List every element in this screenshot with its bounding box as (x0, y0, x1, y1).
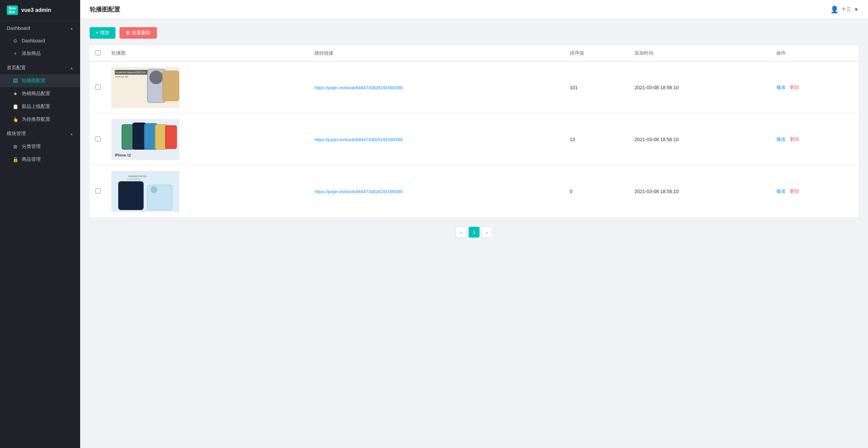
table-row: HUAWEI P40 5G 拍出精彩 智慧万象 (90, 166, 858, 218)
batch-delete-button[interactable]: 🗑 批量删除 (120, 27, 157, 39)
svg-text:HUAWEI Mate40系列 5G: HUAWEI Mate40系列 5G (115, 71, 146, 74)
user-name: 十三 (842, 6, 851, 13)
row-link-cell: https://juejin.im/book/68447338261915893… (309, 166, 564, 218)
row-link-cell: https://juejin.im/book/68447338261915893… (309, 114, 564, 166)
goods-icon: 🔒 (12, 156, 18, 163)
svg-text:联发布 精彩 视界: 联发布 精彩 视界 (115, 76, 128, 78)
add-button[interactable]: + 增加 (90, 27, 115, 39)
pagination: ‹ 1 › (90, 227, 858, 238)
row-action-cell: 修改 删除 (771, 61, 858, 114)
table-row: HUAWEI Mate40系列 5G 联发布 精彩 视界 (90, 61, 858, 114)
sidebar-group-homepage[interactable]: 首页配置 ▲ (0, 60, 80, 74)
row-checkbox[interactable] (95, 85, 101, 90)
user-avatar-icon: 👤 (830, 5, 839, 14)
sidebar-item-recommend[interactable]: 👆 为你推荐配置 (0, 113, 80, 126)
svg-rect-12 (122, 125, 134, 149)
star-icon: ★ (12, 91, 18, 97)
row-action-cell: 修改 删除 (771, 166, 858, 218)
sidebar-section-homepage: 首页配置 ▲ 🖼 轮播图配置 ★ 热销商品配置 📋 新品上线配置 👆 为你推荐配… (0, 60, 80, 126)
svg-rect-8 (163, 71, 179, 100)
sidebar-item-carousel[interactable]: 🖼 轮播图配置 (0, 74, 80, 87)
row-link-cell: https://juejin.im/book/68447338261915893… (309, 61, 564, 114)
select-all-checkbox[interactable] (95, 50, 101, 55)
col-action: 操作 (771, 45, 858, 61)
row-checkbox-cell (90, 166, 106, 218)
chevron-up-icon: ▲ (70, 26, 73, 30)
header-user[interactable]: 👤 十三 ▼ (830, 5, 858, 14)
sidebar-group-module[interactable]: 模块管理 ▲ (0, 126, 80, 140)
col-link: 跳转链接 (309, 45, 564, 61)
sidebar-group-dashboard[interactable]: Dashboard ▲ (0, 21, 80, 34)
svg-point-29 (150, 186, 157, 193)
row-link[interactable]: https://juejin.im/book/68447338261915893… (314, 85, 403, 90)
dashboard-icon: ⊙ (12, 38, 18, 44)
sidebar-item-new-product[interactable]: 📋 新品上线配置 (0, 100, 80, 113)
logo-badge: NewBee (7, 5, 18, 15)
col-time: 添加时间 (629, 45, 771, 61)
row-checkbox-cell (90, 114, 106, 166)
row-time-cell: 2021-03-08 18:56:10 (629, 114, 771, 166)
delete-button[interactable]: 删除 (790, 188, 799, 194)
plus-icon: ＋ (12, 51, 18, 57)
delete-button[interactable]: 删除 (790, 136, 799, 143)
content-area: + 增加 🗑 批量删除 轮播图 跳转链接 排序值 添加时间 操作 (80, 19, 868, 448)
edit-button[interactable]: 修改 (776, 188, 786, 194)
col-sort: 排序值 (564, 45, 629, 61)
row-sort-cell: 13 (564, 114, 629, 166)
delete-button[interactable]: 删除 (790, 85, 799, 91)
chevron-up-icon-2: ▲ (70, 66, 73, 70)
edit-button[interactable]: 修改 (776, 136, 786, 143)
page-1-button[interactable]: 1 (469, 227, 480, 238)
svg-text:HUAWEI P40 5G: HUAWEI P40 5G (128, 175, 146, 178)
category-icon: ⊞ (12, 144, 18, 150)
row-image-cell: HUAWEI Mate40系列 5G 联发布 精彩 视界 (106, 61, 309, 114)
svg-rect-20 (166, 126, 176, 148)
row-sort-cell: 101 (564, 61, 629, 114)
sidebar-item-add-product[interactable]: ＋ 添加商品 (0, 47, 80, 60)
sidebar-item-goods[interactable]: 🔒 商品管理 (0, 153, 80, 166)
row-image-cell: HUAWEI P40 5G 拍出精彩 智慧万象 (106, 166, 309, 218)
row-link[interactable]: https://juejin.im/book/68447338261915893… (314, 137, 403, 142)
svg-rect-14 (133, 123, 145, 149)
row-sort-cell: 0 (564, 166, 629, 218)
svg-point-26 (121, 182, 129, 190)
row-time-cell: 2021-03-08 18:56:10 (629, 166, 771, 218)
carousel-image-2: iPhone 12 (111, 119, 179, 160)
sidebar-item-dashboard[interactable]: ⊙ Dashboard (0, 34, 80, 47)
carousel-image-1: HUAWEI Mate40系列 5G 联发布 精彩 视界 (111, 67, 179, 108)
carousel-image-3: HUAWEI P40 5G 拍出精彩 智慧万象 (111, 171, 179, 212)
col-carousel: 轮播图 (106, 45, 309, 61)
toolbar: + 增加 🗑 批量删除 (90, 27, 858, 39)
sidebar-section-dashboard: Dashboard ▲ ⊙ Dashboard ＋ 添加商品 (0, 21, 80, 60)
next-page-button[interactable]: › (482, 227, 492, 238)
table-header-row: 轮播图 跳转链接 排序值 添加时间 操作 (90, 45, 858, 61)
svg-text:iPhone 12: iPhone 12 (115, 153, 131, 157)
sidebar: NewBee vue3 admin Dashboard ▲ ⊙ Dashboar… (0, 0, 80, 448)
svg-point-6 (149, 71, 163, 84)
svg-text:拍出精彩 智慧万象: 拍出精彩 智慧万象 (126, 178, 141, 180)
top-header: 轮播图配置 👤 十三 ▼ (80, 0, 868, 19)
row-checkbox[interactable] (95, 188, 101, 193)
sidebar-item-hot-product[interactable]: ★ 热销商品配置 (0, 87, 80, 100)
sidebar-logo: NewBee vue3 admin (0, 0, 80, 21)
logo-title: vue3 admin (21, 7, 51, 13)
recommend-icon: 👆 (12, 116, 18, 123)
carousel-table: 轮播图 跳转链接 排序值 添加时间 操作 (90, 45, 858, 217)
row-link[interactable]: https://juejin.im/book/68447338261915893… (314, 189, 403, 194)
page-title: 轮播图配置 (90, 5, 120, 14)
image-icon: 🖼 (12, 78, 18, 84)
edit-button[interactable]: 修改 (776, 85, 786, 91)
new-product-icon: 📋 (12, 104, 18, 110)
row-image-cell: iPhone 12 (106, 114, 309, 166)
chevron-up-icon-3: ▲ (70, 132, 73, 136)
row-checkbox-cell (90, 61, 106, 114)
main-content: 轮播图配置 👤 十三 ▼ + 增加 🗑 批量删除 轮播图 跳 (80, 0, 868, 448)
row-time-cell: 2021-03-08 18:56:10 (629, 61, 771, 114)
row-checkbox[interactable] (95, 136, 101, 142)
prev-page-button[interactable]: ‹ (456, 227, 467, 238)
table-row: iPhone 12 (90, 114, 858, 166)
sidebar-item-category[interactable]: ⊞ 分类管理 (0, 140, 80, 153)
col-checkbox (90, 45, 106, 61)
sidebar-section-module: 模块管理 ▲ ⊞ 分类管理 🔒 商品管理 (0, 126, 80, 166)
dropdown-icon: ▼ (854, 7, 858, 12)
